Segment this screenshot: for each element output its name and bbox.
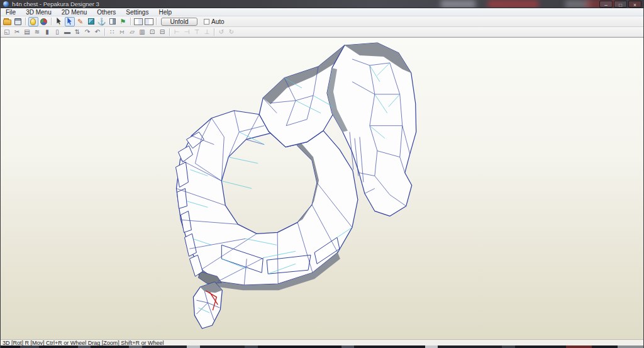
align-bottom-icon: ⊥ xyxy=(204,29,210,35)
open-file-button[interactable] xyxy=(3,17,13,26)
main-toolbar-icons: ✎⚓⚑ xyxy=(2,17,158,26)
section-view-button[interactable] xyxy=(108,17,118,26)
image-icon: ▤ xyxy=(24,29,30,35)
piece-label-button[interactable]: ▱ xyxy=(128,28,137,36)
scissors-icon: ✂ xyxy=(14,29,19,35)
menu-file[interactable]: File xyxy=(1,8,21,16)
maximize-button[interactable]: □ xyxy=(614,1,627,8)
menu-help[interactable]: Help xyxy=(153,8,177,16)
flip-piece-button[interactable]: ⇅ xyxy=(73,28,82,36)
align-top-button: ⊤ xyxy=(192,28,202,36)
2d-edit-toolbar: ◱✂▤≋▮▯▬⇅↷↶∷∺▱▥⊡⊟⊢⊣⊤⊥↺↻ xyxy=(1,27,643,37)
align-top-icon: ⊤ xyxy=(194,29,200,35)
align-right-button: ⊣ xyxy=(182,28,192,36)
window-controls: – □ × xyxy=(599,1,641,8)
toggle-texture-button[interactable] xyxy=(39,17,49,26)
pencil-icon: ✎ xyxy=(77,18,83,25)
rotate-90-ccw-icon: ↺ xyxy=(219,29,224,35)
rotate-piece-ccw-button[interactable]: ↶ xyxy=(93,28,103,36)
align-bottom-button: ⊥ xyxy=(203,28,212,36)
dashed-select-button[interactable]: ∷ xyxy=(108,28,117,36)
rotate-90-ccw-button: ↺ xyxy=(217,28,226,36)
rotate-view-tool-button[interactable] xyxy=(65,17,75,26)
save-floppy-icon xyxy=(14,18,21,25)
unfold-button[interactable]: Unfold xyxy=(161,18,197,26)
rotate-cw-icon: ↷ xyxy=(85,29,90,35)
light-bulb-icon xyxy=(30,18,36,25)
minimize-button[interactable]: – xyxy=(599,1,613,8)
3d-viewport-canvas[interactable] xyxy=(1,38,643,339)
align-left-button: ⊢ xyxy=(172,28,182,36)
flip-icon: ⇅ xyxy=(75,29,80,35)
cursor-arrow-blue-icon xyxy=(66,18,73,25)
title-bar[interactable]: h4n chest - Pepakura Designer 3 – □ × xyxy=(1,0,643,8)
rotate-90-cw-icon: ↻ xyxy=(229,29,234,35)
dashed-frame-icon: ∷ xyxy=(110,29,114,35)
rotate-piece-cw-button[interactable]: ↷ xyxy=(83,28,92,36)
menu-bar: File3D Menu2D MenuOthersSettingsHelp xyxy=(1,8,643,16)
auto-checkbox-label: Auto xyxy=(211,18,225,25)
grid-icon: ∺ xyxy=(119,29,125,35)
half-box-icon xyxy=(109,18,116,25)
close-button[interactable]: × xyxy=(628,1,641,8)
rotate-ccw-icon: ↶ xyxy=(95,29,100,35)
select-tool-button[interactable] xyxy=(54,17,64,26)
detached-piece xyxy=(193,282,222,328)
snap-grid-button[interactable]: ∺ xyxy=(118,28,127,36)
layout-left-pane-icon xyxy=(134,18,143,25)
aero-glass-highlight xyxy=(441,0,475,8)
toolbar-separator xyxy=(104,28,105,36)
status-hint-text: 3D [Rot] R [Mov] Ctrl+R or Wheel Drag [Z… xyxy=(3,340,164,346)
boxed-view-button[interactable]: ⊡ xyxy=(148,28,157,36)
texture-image-button[interactable]: ▤ xyxy=(23,28,32,36)
menu-settings[interactable]: Settings xyxy=(121,8,153,16)
waves-icon: ≋ xyxy=(35,29,40,35)
toolbar-separator xyxy=(51,18,52,25)
toggle-light-button[interactable] xyxy=(28,17,38,26)
layout-3d-pane-button[interactable] xyxy=(133,17,143,26)
flatten-button[interactable]: ⊟ xyxy=(158,28,167,36)
aero-glass-highlight xyxy=(565,0,591,8)
select-2d-button[interactable]: ◱ xyxy=(3,28,12,36)
solid-view-button[interactable] xyxy=(86,17,96,26)
layout-right-pane-icon xyxy=(145,18,153,25)
cylinder-icon: ▮ xyxy=(45,29,49,35)
auto-checkbox[interactable] xyxy=(204,19,209,25)
color-ball-icon xyxy=(40,18,47,25)
anchor-tool-button[interactable]: ⚓ xyxy=(97,17,107,26)
align-left-icon: ⊢ xyxy=(174,29,180,35)
stack-icon: ▥ xyxy=(139,29,145,35)
menu-3d-menu[interactable]: 3D Menu xyxy=(21,8,57,16)
save-file-button[interactable] xyxy=(13,17,23,26)
stack-order-button[interactable]: ▥ xyxy=(138,28,147,36)
menu-others[interactable]: Others xyxy=(92,8,121,16)
toolbar-separator xyxy=(169,28,170,36)
material-flag-button[interactable]: ⚑ xyxy=(118,17,128,26)
cube-icon xyxy=(88,18,94,25)
edge-cut-button[interactable]: ✂ xyxy=(13,28,22,36)
dark-panel-button[interactable]: ▬ xyxy=(63,28,72,36)
toolbar-separator xyxy=(156,18,157,25)
flatten-icon: ⊟ xyxy=(160,29,165,35)
menu-2d-menu[interactable]: 2D Menu xyxy=(57,8,92,16)
app-icon xyxy=(3,1,9,7)
anchor-icon: ⚓ xyxy=(97,18,106,25)
model-wireframe xyxy=(175,43,416,328)
open-folder-icon xyxy=(3,20,11,25)
aero-glass-red-blur xyxy=(488,0,538,8)
edge-id-button[interactable]: ▮ xyxy=(43,28,52,36)
label-icon: ▱ xyxy=(130,29,135,35)
layout-2d-pane-button[interactable] xyxy=(144,17,154,26)
rotate-90-cw-button: ↻ xyxy=(227,28,236,36)
boxed-icon: ⊡ xyxy=(150,29,155,35)
toolbar-separator xyxy=(25,18,26,25)
auto-unfold-group: Auto xyxy=(204,18,225,25)
flag-icon: ⚑ xyxy=(120,18,126,25)
pen-tool-button[interactable]: ✎ xyxy=(75,17,86,26)
toolbar-separator xyxy=(214,28,214,36)
page-view-button[interactable]: ▯ xyxy=(53,28,62,36)
3d-viewport xyxy=(1,37,643,339)
dark-panel-icon: ▬ xyxy=(64,29,70,35)
corrugation-button[interactable]: ≋ xyxy=(33,28,42,36)
pepakura-window: h4n chest - Pepakura Designer 3 – □ × Fi… xyxy=(0,0,644,348)
